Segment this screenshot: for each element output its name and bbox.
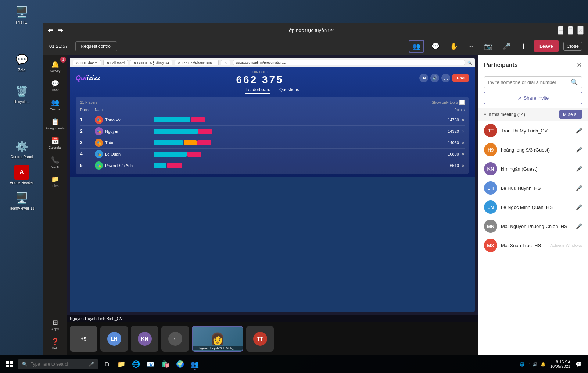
quizizz-logo: Quiizizz	[76, 74, 100, 82]
sidebar-item-help[interactable]: ❓ Help	[46, 335, 65, 352]
taskbar-teams[interactable]: 👥	[188, 358, 201, 371]
taskbar-chrome[interactable]: 🌍	[173, 358, 187, 371]
leaderboard-col-headers: Rank Name Points	[80, 107, 465, 113]
reactions-toolbar-icon[interactable]: ✋	[447, 41, 461, 52]
player-3-remove[interactable]: ✕	[462, 141, 465, 145]
sidebar-item-calls[interactable]: 📞 Calls	[46, 154, 65, 171]
sidebar-item-assignments[interactable]: 📋 Assignments	[46, 116, 65, 132]
desktop-icon-adobe[interactable]: A Adobe Reader	[3, 163, 40, 186]
video-tile-more[interactable]: +9	[70, 326, 97, 352]
participant-mute-icon-h9: 🎤	[576, 147, 582, 153]
participant-item-lh[interactable]: LH Le Huu Huynh_HS 🎤	[478, 178, 588, 198]
video-tile-main[interactable]: 👩 Nguyen Huynh Tinh Binh_...	[192, 326, 243, 352]
participant-item-kn[interactable]: KN kim ngân (Guest) 🎤	[478, 159, 588, 178]
activity-icon: 🔔	[51, 60, 59, 68]
network-icon[interactable]: 🌐	[520, 362, 525, 367]
share-invite-button[interactable]: ↗ Share invite	[484, 92, 582, 104]
action-center-button[interactable]: 💬	[572, 358, 585, 371]
panel-header: Participants ✕	[478, 55, 588, 72]
taskbar-email[interactable]: 📧	[144, 358, 157, 371]
participants-close-button[interactable]: ✕	[577, 61, 582, 69]
taskbar-search-icon: 🔍	[22, 362, 28, 367]
player-2-pink-bar	[198, 129, 212, 134]
participant-item-lnmq[interactable]: LN Le Ngoc Minh Quan_HS 🎤	[478, 198, 588, 217]
taskbar-search-box[interactable]: 🔍 🎤	[18, 359, 98, 369]
tab-leaderboard[interactable]: Leaderboard	[245, 87, 270, 94]
video-strip: +9 LH KN ○ 👩 Nguyen Huynh Tinh Binh_...	[67, 322, 478, 355]
browser-tab-2[interactable]: ✕ BallBoard	[103, 60, 128, 65]
video-tile-tt[interactable]: TT	[246, 326, 274, 352]
leave-button[interactable]: Leave	[534, 40, 559, 52]
participants-toolbar-icon[interactable]: 👥	[409, 40, 424, 53]
taskbar-edge[interactable]: 🌐	[129, 358, 143, 371]
sidebar-item-chat[interactable]: 💬 Chat	[46, 77, 65, 94]
close-button[interactable]: ✕	[577, 26, 584, 35]
table-row: 1 🎭 Thảo Vy 14750 ✕	[80, 114, 465, 126]
sidebar-item-activity[interactable]: 🔔 Activity 1	[46, 58, 65, 75]
participants-search-input[interactable]	[488, 79, 568, 85]
desktop-icon-recycle[interactable]: 🗑️ Recycle...	[3, 82, 40, 105]
participant-item-tt[interactable]: TT Tran Thi My Trinh_GV 🎤	[478, 121, 588, 140]
desktop-icon-this-pc[interactable]: 🖥️ This P...	[3, 3, 40, 26]
browser-tab-5[interactable]: ✕	[221, 60, 230, 65]
quizizz-controls: ⏮ 🔊 ⛶ End	[419, 74, 469, 82]
participant-item-h9[interactable]: H9 hoàng long 9/3 (Guest) 🎤	[478, 140, 588, 159]
recycle-bin-icon: 🗑️	[14, 84, 29, 99]
qz-audio-button[interactable]: 🔊	[430, 74, 439, 82]
start-button[interactable]	[3, 358, 16, 371]
player-1-remove[interactable]: ✕	[462, 118, 465, 122]
taskbar-clock[interactable]: 8:16 SA 10/05/2021	[550, 360, 570, 369]
notification-icon[interactable]: 🔔	[541, 362, 546, 367]
desktop-icon-zalo[interactable]: 💬 Zalo	[3, 51, 40, 74]
participant-name-lnmq: Le Ngoc Minh Quan_HS	[501, 205, 572, 210]
browser-tab-4[interactable]: ✕ Lop Hoc/Nhom: Running...	[175, 60, 219, 65]
desktop-icon-control-panel[interactable]: ⚙️ Control Panel	[3, 138, 40, 160]
video-tile-kn[interactable]: KN	[131, 326, 158, 352]
files-icon: 📁	[51, 175, 59, 183]
taskbar-search-input[interactable]	[31, 362, 86, 367]
taskbar-task-view[interactable]: ⧉	[100, 358, 113, 371]
control-panel-icon: ⚙️	[14, 139, 29, 154]
player-5-remove[interactable]: ✕	[462, 164, 465, 168]
chat-label: Chat	[51, 88, 58, 92]
camera-off-icon[interactable]: 📷	[481, 41, 495, 52]
player-3-orange-bar	[184, 140, 197, 145]
volume-icon[interactable]: 🔊	[533, 362, 538, 367]
teamviewer-icon: 🖥️	[14, 191, 29, 205]
show-top-checkbox[interactable]	[459, 100, 465, 105]
mute-all-button[interactable]: Mute all	[559, 110, 582, 119]
close-panel-button[interactable]: Close	[563, 42, 582, 51]
player-4-avatar: 🎭	[95, 150, 103, 158]
share-icon[interactable]: ⬆	[518, 41, 529, 52]
sidebar-item-apps[interactable]: ⊞ Apps	[46, 316, 65, 333]
player-2-remove[interactable]: ✕	[462, 129, 465, 134]
minimize-button[interactable]: ─	[558, 26, 563, 35]
participant-item-mnpc[interactable]: MN Mai Nguyen Phuong Chien_HS 🎤	[478, 217, 588, 236]
browser-url-bar[interactable]: quizizz.com/admin/presentation/...	[233, 60, 465, 65]
qz-end-button[interactable]: End	[452, 74, 469, 82]
video-tile-circle[interactable]: ○	[161, 326, 189, 352]
browser-tab-3[interactable]: ✕ GHICT...Nội dùng 9/4	[130, 60, 172, 65]
taskbar-store[interactable]: 🛍️	[159, 358, 172, 371]
video-tile-lh[interactable]: LH	[100, 326, 128, 352]
request-control-button[interactable]: Request control	[75, 41, 117, 51]
browser-tab-1[interactable]: ✕ DHTRboard	[73, 60, 101, 65]
more-toolbar-icon[interactable]: ···	[465, 41, 477, 51]
tab-questions[interactable]: Questions	[279, 87, 299, 94]
qz-prev-button[interactable]: ⏮	[419, 74, 428, 82]
sidebar-item-calendar[interactable]: 📅 Calendar	[46, 135, 65, 152]
taskbar-file-explorer[interactable]: 📁	[115, 358, 128, 371]
qz-fullscreen-button[interactable]: ⛶	[441, 74, 450, 82]
player-1-pink-bar	[191, 117, 205, 122]
participant-item-mxt[interactable]: MX Mai Xuan Truc_HS Activate Windows	[478, 236, 588, 255]
chevron-up-icon[interactable]: ^	[528, 362, 530, 366]
col-bars	[154, 108, 435, 112]
maximize-button[interactable]: □	[568, 26, 573, 35]
mute-icon[interactable]: 🎤	[499, 41, 513, 52]
sidebar-item-teams[interactable]: 👥 Teams	[46, 96, 65, 113]
sidebar-item-files[interactable]: 📁 Files	[46, 173, 65, 190]
chat-toolbar-icon[interactable]: 💬	[429, 41, 442, 52]
desktop-icon-teamviewer[interactable]: 🖥️ TeamViewer 13	[3, 189, 40, 212]
player-4-remove[interactable]: ✕	[462, 152, 465, 156]
participants-search-box[interactable]: 🔍	[484, 76, 582, 88]
